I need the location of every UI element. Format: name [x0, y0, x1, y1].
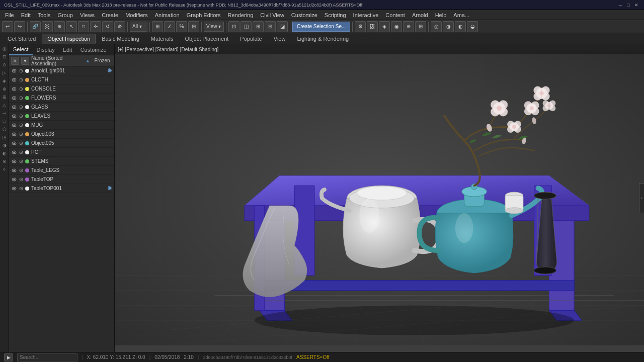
angle-snap[interactable]: ∠ [164, 21, 175, 32]
percent-snap[interactable]: % [176, 21, 187, 32]
object-row-glass[interactable]: GLASS [9, 103, 114, 112]
maximize-button[interactable]: □ [625, 2, 632, 9]
menu-item-animation[interactable]: Animation [152, 11, 183, 20]
extra-tool2[interactable]: ◑ [443, 21, 454, 32]
visibility-icon[interactable] [11, 176, 17, 183]
menu-item-arnold[interactable]: Arnold [409, 11, 431, 20]
object-row-tabletop[interactable]: TableTOP [9, 175, 114, 184]
viewport-edge-handle[interactable]: ‹ [639, 183, 644, 213]
menu-item-tools[interactable]: Tools [35, 11, 54, 20]
menu-item-rendering[interactable]: Rendering [225, 11, 257, 20]
menu-item-file[interactable]: File [2, 11, 17, 20]
render-icon[interactable] [18, 149, 24, 155]
workspace-tab-lighting---rendering[interactable]: Lighting & Rendering [291, 34, 354, 44]
align-button[interactable]: ⊡ [228, 21, 239, 32]
material-editor-button[interactable]: ◉ [391, 21, 402, 32]
panel-tab-select[interactable]: Select [9, 44, 33, 55]
workspace-tab-object-placement[interactable]: Object Placement [179, 34, 234, 44]
viewport[interactable]: [+] [Perspective] [Standard] [Default Sh… [115, 44, 644, 352]
undo-button[interactable]: ↩ [2, 21, 13, 32]
menu-item-group[interactable]: Group [54, 11, 76, 20]
left-icon-12[interactable]: ◑ [1, 142, 8, 149]
unlink-button[interactable]: ⛓ [42, 21, 53, 32]
move-button[interactable]: ✛ [90, 21, 101, 32]
active-render-button[interactable]: ◈ [379, 21, 390, 32]
rotate-button[interactable]: ↺ [102, 21, 113, 32]
menu-item-views[interactable]: Views [77, 11, 98, 20]
menu-item-edit[interactable]: Edit [18, 11, 34, 20]
object-row-object003[interactable]: Object003 [9, 130, 114, 139]
menu-item-content[interactable]: Content [382, 11, 408, 20]
menu-item-graph-editors[interactable]: Graph Editors [184, 11, 224, 20]
visibility-icon[interactable] [11, 186, 17, 192]
workspace-tab-view[interactable]: View [268, 34, 291, 44]
select-button[interactable]: ↖ [66, 21, 77, 32]
render-icon[interactable] [18, 77, 24, 83]
extra-tool4[interactable]: ◒ [467, 21, 478, 32]
render-icon[interactable] [18, 86, 24, 92]
visibility-icon[interactable] [11, 158, 17, 164]
left-icon-13[interactable]: ◐ [1, 150, 8, 157]
panel-tab-display[interactable]: Display [33, 44, 59, 55]
clone-button[interactable]: ◪ [277, 21, 288, 32]
left-icon-6[interactable]: ⊞ [1, 94, 8, 101]
left-icon-3[interactable]: ▷ [1, 69, 8, 76]
array-button[interactable]: ⊞ [253, 21, 264, 32]
render-icon[interactable] [18, 68, 24, 74]
left-icon-4[interactable]: ◈ [1, 77, 8, 84]
object-row-flowers[interactable]: FLOWERS [9, 94, 114, 103]
extra-tool1[interactable]: ◎ [431, 21, 442, 32]
snap-toggle[interactable]: ⊞ [152, 21, 163, 32]
render-frame-button[interactable]: 🖼 [367, 21, 378, 32]
object-row-table_legs[interactable]: Table_LEGS [9, 166, 114, 175]
extra-tool3[interactable]: ◐ [455, 21, 466, 32]
left-icon-10[interactable]: ⬡ [1, 126, 8, 133]
render-icon[interactable] [18, 186, 24, 192]
left-icon-0[interactable]: ◎ [1, 45, 8, 52]
filter-dropdown[interactable]: All ▾ [130, 22, 147, 32]
visibility-icon[interactable] [11, 113, 17, 119]
object-row-pot[interactable]: POT [9, 148, 114, 157]
object-row-stems[interactable]: STEMS [9, 157, 114, 166]
menu-item-civil-view[interactable]: Civil View [257, 11, 287, 20]
link-button[interactable]: 🔗 [30, 21, 41, 32]
object-row-mug[interactable]: MUG [9, 121, 114, 130]
visibility-icon[interactable] [11, 77, 17, 83]
left-icon-2[interactable]: ⊙ [1, 61, 8, 68]
object-row-cloth[interactable]: CLOTH [9, 75, 114, 84]
visibility-icon[interactable] [11, 140, 17, 146]
redo-button[interactable]: ↪ [14, 21, 25, 32]
render-icon[interactable] [18, 176, 24, 183]
menu-item-modifiers[interactable]: Modifiers [122, 11, 151, 20]
object-row-object005[interactable]: Object005 [9, 139, 114, 148]
visibility-icon[interactable] [11, 122, 17, 128]
render-icon[interactable] [18, 158, 24, 164]
left-icon-1[interactable]: ⊡ [1, 53, 8, 60]
object-row-tabletop001[interactable]: TableTOP001 [9, 184, 114, 193]
visibility-icon[interactable] [11, 167, 17, 173]
filter-button[interactable]: ▼ [21, 57, 29, 65]
menu-item-create[interactable]: Create [99, 11, 121, 20]
visibility-icon[interactable] [11, 104, 17, 110]
mirror-button[interactable]: ◫ [240, 21, 252, 32]
clear-filter-button[interactable]: ✕ [11, 57, 19, 65]
object-row-leaves[interactable]: LEAVES [9, 112, 114, 121]
panel-tab-customize[interactable]: Customize [76, 44, 111, 55]
render-setup-button[interactable]: ⚙ [355, 21, 366, 32]
object-row-arnoldlight001[interactable]: ArnoldLight001 [9, 66, 114, 75]
visibility-icon[interactable] [11, 86, 17, 92]
workspace-tab--[interactable]: + [355, 34, 369, 44]
workspace-tab-get-started[interactable]: Get Started [2, 34, 41, 44]
render-icon[interactable] [18, 104, 24, 110]
left-icon-14[interactable]: ⊗ [1, 158, 8, 165]
play-button[interactable]: ▶ [4, 353, 13, 361]
visibility-icon[interactable] [11, 95, 17, 101]
spacing-button[interactable]: ⊟ [265, 21, 276, 32]
left-icon-7[interactable]: △ [1, 102, 8, 109]
panel-tab-edit[interactable]: Edit [59, 44, 76, 55]
minimize-button[interactable]: ─ [617, 2, 624, 9]
view-dropdown[interactable]: View ▾ [204, 22, 224, 32]
menu-item-ama---[interactable]: Ama... [450, 11, 472, 20]
render-icon[interactable] [18, 95, 24, 101]
batch-render-button[interactable]: ⊞ [415, 21, 426, 32]
